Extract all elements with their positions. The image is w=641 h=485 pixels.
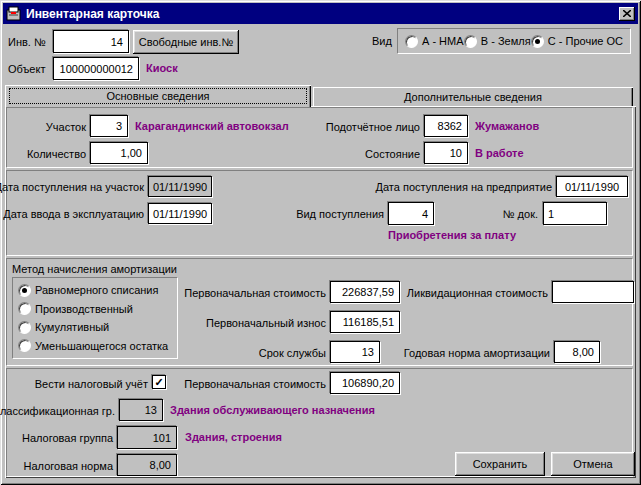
- radio-icon: [405, 35, 418, 48]
- tab-main-label: Основные сведения: [9, 88, 307, 104]
- amortization-title: Метод начисления амортизации: [12, 263, 177, 276]
- vid-option-c[interactable]: С - Прочие ОС: [531, 35, 623, 48]
- initial-cost-label: Первоначальная стоимость: [184, 287, 326, 300]
- class-group-field: 13: [119, 399, 163, 421]
- method-declining-balance[interactable]: Уменьшающегося остатка: [18, 339, 172, 352]
- inv-no-field[interactable]: 14: [53, 30, 129, 53]
- free-inv-button[interactable]: Свободные инв.№: [133, 30, 239, 54]
- tab-main[interactable]: Основные сведения: [5, 85, 311, 107]
- tax-group-label: Налоговая группа: [22, 432, 113, 445]
- state-field[interactable]: 10: [424, 142, 468, 164]
- site-arrival-field: 01/11/1990: [148, 176, 212, 197]
- initial-wear-label: Первоначальный износ: [206, 317, 326, 330]
- doc-no-label: № док.: [503, 208, 538, 221]
- inv-no-label: Инв. №: [8, 36, 46, 49]
- initial-wear-field[interactable]: 116185,51: [330, 311, 400, 333]
- vid-option-b[interactable]: В - Земля: [464, 35, 531, 48]
- service-life-field[interactable]: 13: [330, 341, 380, 363]
- tax-initial-cost-label: Первоначальная стоимость: [184, 378, 326, 391]
- method-straight-line-label: Равномерного списания: [35, 284, 158, 296]
- dialog-window: Инвентарная карточка Инв. № 14 Свободные…: [0, 0, 641, 485]
- window-icon: [6, 6, 22, 22]
- tab-extra[interactable]: Дополнительные сведения: [313, 87, 633, 106]
- window-title: Инвентарная карточка: [26, 7, 159, 21]
- radio-icon: [18, 284, 31, 297]
- site-field[interactable]: 3: [90, 115, 128, 137]
- class-group-label: Классификационная гр.: [0, 405, 115, 418]
- company-arrival-label: Дата поступления на предприятие: [376, 181, 552, 194]
- tax-initial-cost-field[interactable]: 106890,20: [330, 372, 400, 394]
- method-straight-line[interactable]: Равномерного списания: [18, 284, 172, 297]
- vid-option-b-label: В - Земля: [481, 35, 531, 47]
- annual-rate-field[interactable]: 8,00: [554, 341, 600, 363]
- person-label: Подотчётное лицо: [326, 121, 420, 134]
- vid-option-a[interactable]: А - НМА: [405, 35, 464, 48]
- commissioning-label: Дата ввода в эксплуатацию: [3, 208, 144, 221]
- object-field[interactable]: 100000000012: [53, 57, 139, 80]
- radio-icon: [18, 339, 31, 352]
- person-name: Жумажанов: [475, 120, 539, 133]
- class-group-name: Здания обслуживающего назначения: [170, 404, 375, 417]
- receipt-type-name: Приобретения за плату: [388, 229, 516, 242]
- method-cumulative[interactable]: Кумулятивный: [18, 321, 172, 334]
- site-name: Карагандинский автовокзал: [135, 120, 289, 133]
- doc-no-field[interactable]: 1: [543, 202, 607, 225]
- close-icon: [623, 10, 631, 17]
- radio-icon: [18, 302, 31, 315]
- save-button[interactable]: Сохранить: [455, 452, 545, 476]
- state-name: В работе: [475, 147, 524, 160]
- company-arrival-field[interactable]: 01/11/1990: [556, 176, 628, 197]
- service-life-label: Срок службы: [259, 347, 326, 360]
- annual-rate-label: Годовая норма амортизации: [404, 347, 550, 360]
- quantity-field[interactable]: 1,00: [90, 142, 148, 164]
- vid-radio-group: А - НМА В - Земля С - Прочие ОС: [397, 28, 631, 54]
- quantity-label: Количество: [27, 148, 86, 161]
- title-bar: Инвентарная карточка: [3, 3, 638, 24]
- radio-icon: [18, 321, 31, 334]
- radio-icon: [464, 35, 477, 48]
- receipt-type-field[interactable]: 4: [388, 202, 434, 225]
- method-cumulative-label: Кумулятивный: [35, 321, 109, 333]
- tax-rate-field: 8,00: [117, 454, 177, 476]
- receipt-type-label: Вид поступления: [296, 208, 384, 221]
- initial-cost-field[interactable]: 226837,59: [330, 281, 400, 303]
- vid-option-a-label: А - НМА: [422, 35, 464, 47]
- amortization-method-group: Равномерного списания Производственный К…: [12, 277, 178, 359]
- keep-tax-records-label: Вести налоговый учёт: [35, 378, 148, 391]
- site-arrival-label: Дата поступления на участок: [0, 181, 144, 194]
- cancel-button[interactable]: Отмена: [551, 452, 635, 476]
- tax-group-field: 101: [117, 426, 177, 449]
- state-label: Состояние: [365, 148, 420, 161]
- method-production[interactable]: Производственный: [18, 302, 172, 315]
- site-label: Участок: [46, 121, 86, 134]
- tax-group-name: Здания, строения: [185, 431, 282, 444]
- vid-option-c-label: С - Прочие ОС: [548, 35, 623, 47]
- liquidation-cost-label: Ликвидационная стоимость: [407, 287, 548, 300]
- keep-tax-records-checkbox[interactable]: [152, 375, 166, 389]
- object-label: Объект: [8, 63, 45, 76]
- person-field[interactable]: 8362: [424, 115, 468, 137]
- tax-rate-label: Налоговая норма: [24, 460, 113, 473]
- object-name: Киоск: [146, 62, 178, 75]
- close-button[interactable]: [619, 7, 635, 21]
- radio-icon: [531, 35, 544, 48]
- commissioning-field[interactable]: 01/11/1990: [148, 203, 212, 224]
- method-declining-balance-label: Уменьшающегося остатка: [35, 340, 168, 352]
- method-production-label: Производственный: [35, 303, 133, 315]
- liquidation-cost-field[interactable]: [552, 281, 634, 303]
- tab-extra-label: Дополнительные сведения: [404, 91, 542, 103]
- vid-label: Вид: [372, 35, 392, 48]
